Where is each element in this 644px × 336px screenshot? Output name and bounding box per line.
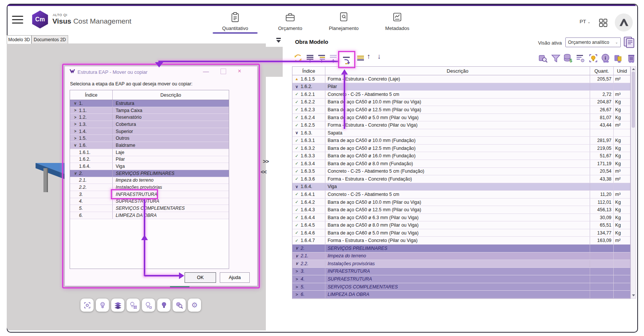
- tab-quantitativo[interactable]: Quantitativo: [211, 12, 259, 31]
- table-row[interactable]: ✓1.6.3.5Concreto - C-25 - Abatimento 5 c…: [292, 168, 630, 176]
- table-row[interactable]: ∨1.6.2.Pilar: [292, 83, 630, 91]
- table-row[interactable]: ▲1.6.1.5Forma - Estrutura - Concreto (La…: [292, 75, 630, 83]
- ok-button[interactable]: OK: [185, 272, 216, 283]
- info-icon[interactable]: i: [601, 53, 611, 63]
- table-row[interactable]: ✓1.6.3.1Barra de aço CA50 ø 10.0 mm (Fun…: [292, 137, 630, 145]
- dialog-row[interactable]: 2.2.Instalações provisórias: [70, 184, 229, 191]
- table-row[interactable]: ✓1.6.2.5Forma - Estrutura - Concreto (Pi…: [292, 121, 630, 129]
- help-button[interactable]: Ajuda: [220, 272, 250, 283]
- dialog-col-indice[interactable]: Índice: [70, 90, 113, 100]
- table-row[interactable]: >6.LIMPEZA DA OBRA: [292, 291, 630, 299]
- table-row[interactable]: >3.INFRAESTRUTURA: [292, 268, 630, 276]
- col-header-quant[interactable]: Quant.: [590, 67, 614, 75]
- bulb-grid-icon[interactable]: [127, 299, 140, 312]
- filter-icon[interactable]: [551, 53, 561, 63]
- table-row[interactable]: >5.SERVIÇOS COMPLEMENTARES: [292, 283, 630, 291]
- apps-grid-icon[interactable]: [598, 18, 608, 28]
- dialog-row[interactable]: ∨1.Estrutura: [70, 100, 229, 107]
- list-icon[interactable]: [356, 53, 365, 63]
- table-row[interactable]: ✓1.6.2.2Barra de aço CA50 ø 10.0 mm (Pil…: [292, 99, 630, 106]
- table-row[interactable]: ∨1.6.3.Sapata: [292, 129, 630, 137]
- tab-modelo-3d[interactable]: Modelo 3D: [7, 35, 31, 44]
- table-row[interactable]: ✓1.6.4.6Barra de aço CA60 ø 5.0 mm (Pila…: [292, 229, 630, 237]
- bulb-outline-icon[interactable]: [96, 299, 109, 312]
- scroll-up-icon[interactable]: [632, 68, 635, 70]
- layers-icon[interactable]: [111, 299, 124, 312]
- tab-planejamento[interactable]: Planejamento: [319, 12, 368, 31]
- dialog-row[interactable]: 1.6.2.Pilar: [70, 156, 229, 163]
- panel-collapse-icon[interactable]: [276, 37, 282, 43]
- table-row[interactable]: ✓1.6.4.2Barra de aço CA50 ø 10.0 mm (Pil…: [292, 199, 630, 206]
- hamburger-menu-icon[interactable]: [12, 16, 23, 24]
- dialog-row[interactable]: 1.6.1.Laje: [70, 149, 229, 156]
- language-selector[interactable]: PT ⌄: [580, 19, 590, 24]
- table-row[interactable]: ∨2.SERVIÇOS PRELIMINARES: [292, 245, 630, 252]
- dialog-row[interactable]: >1.2.Reservatório: [70, 114, 229, 121]
- maximize-button[interactable]: [221, 69, 226, 74]
- table-row[interactable]: ✓1.6.3.3Barra de aço CA50 ø 16.0 mm (Fun…: [292, 152, 630, 160]
- dialog-row[interactable]: 2.1.limpeza do terreno: [70, 177, 229, 184]
- move-down-icon[interactable]: ↓: [377, 52, 381, 61]
- cell-description: Sapata: [325, 129, 590, 137]
- col-header-indice[interactable]: Índice: [292, 67, 325, 75]
- table-row[interactable]: ✓1.6.4.3Barra de aço CA50 ø 12.5 mm (Pil…: [292, 206, 630, 214]
- dialog-row[interactable]: >1.5.Outros: [70, 135, 229, 142]
- table-row[interactable]: ✓1.6.2.1Concreto - C-25 - Abatimento 5 c…: [292, 91, 630, 99]
- dialog-row[interactable]: 5.SERVIÇOS COMPLEMENTARES: [70, 205, 229, 212]
- scroll-down-icon[interactable]: [632, 294, 635, 296]
- dialog-row[interactable]: 4.SUPRAESTRUTURA: [70, 198, 229, 205]
- tab-documentos-2d[interactable]: Documentos 2D: [31, 35, 68, 44]
- table-row[interactable]: ∨2.2.Instalações provisórias: [292, 260, 630, 268]
- dialog-col-descricao[interactable]: Descrição: [113, 90, 229, 100]
- table-row[interactable]: ∨2.1.limpeza do terreno: [292, 252, 630, 260]
- collapse-panel-button[interactable]: <<: [261, 169, 267, 175]
- table-row[interactable]: ∨1.6.4.Viga: [292, 183, 630, 191]
- table-row[interactable]: ✓1.6.3.2Barra de aço CA50 ø 12.5 mm (Fun…: [292, 145, 630, 152]
- table-row[interactable]: ✓1.6.2.3Barra de aço CA50 ø 12.5 mm (Pil…: [292, 106, 630, 114]
- table-row[interactable]: ✓1.6.4.4Barra de aço CA50 ø 6.3 mm (Pila…: [292, 214, 630, 222]
- inspect-model-icon[interactable]: [538, 53, 548, 63]
- table-row[interactable]: ✓1.6.2.4Barra de aço CA60 ø 5.0 mm (Pila…: [292, 114, 630, 122]
- focus-icon[interactable]: [80, 299, 94, 312]
- settings-gear-icon[interactable]: ⚙: [188, 299, 201, 312]
- table-scrollbar[interactable]: [631, 66, 636, 299]
- export-icon[interactable]: [613, 53, 623, 63]
- dialog-subtitle: Seleciona a etapa da EAP ao qual deseja …: [70, 81, 192, 87]
- dialog-row[interactable]: >1.4.Superior: [70, 128, 229, 135]
- list-settings-icon[interactable]: ⚙: [575, 53, 586, 63]
- table-row[interactable]: ✓1.6.4.1Concreto - C-25 - Abatimento 5 c…: [292, 191, 630, 199]
- scrollbar-thumb[interactable]: [632, 72, 635, 128]
- tab-orcamento[interactable]: Orçamento: [266, 12, 315, 31]
- move-up-icon[interactable]: ↑: [367, 52, 371, 61]
- dialog-row[interactable]: ∨2.SERVIÇOS PRELIMINARES: [70, 170, 229, 177]
- dialog-row[interactable]: 1.6.4.Viga: [70, 163, 229, 170]
- table-row[interactable]: ✓1.6.3.4Barra de aço CA50 ø 8.0 mm (Fund…: [292, 160, 630, 168]
- dialog-row[interactable]: 6.LIMPEZA DA OBRA: [70, 212, 229, 219]
- cell-description: Barra de aço CA50 ø 10.0 mm (Pilar ou Vi…: [325, 99, 590, 106]
- col-header-descricao[interactable]: Descrição: [325, 67, 590, 75]
- expand-panel-button[interactable]: >>: [263, 158, 269, 164]
- tab-metadados[interactable]: Metadados: [373, 12, 422, 31]
- report-views-icon[interactable]: [623, 36, 637, 49]
- dialog-row[interactable]: ∨1.6.Baldrame: [70, 142, 229, 149]
- trash-icon[interactable]: [626, 53, 637, 63]
- table-row[interactable]: >4.SUPRAESTRUTURA: [292, 275, 630, 283]
- cell-index: >1.1.: [70, 107, 113, 114]
- bulb-square-icon[interactable]: [142, 299, 155, 312]
- avatar[interactable]: [615, 13, 633, 31]
- bulb-filled-icon[interactable]: [157, 299, 170, 312]
- dialog-row[interactable]: 3.INFRAESTRUTURA: [70, 191, 229, 198]
- cell-quantity: 112,01: [590, 199, 614, 206]
- table-row[interactable]: ✓1.6.4.7Forma - Estrutura - Concreto (Pi…: [292, 237, 630, 245]
- minimize-button[interactable]: —: [203, 69, 210, 74]
- table-row[interactable]: ✓1.6.3.6Forma - Estrutura - Concreto (Fu…: [292, 175, 630, 183]
- highlight-bulb-icon[interactable]: [588, 53, 598, 63]
- col-header-unid[interactable]: Unid: [614, 67, 630, 75]
- active-view-select[interactable]: Orçamento analítico ⌄: [565, 37, 621, 47]
- close-button[interactable]: ×: [238, 68, 241, 75]
- table-row[interactable]: ✓1.6.4.5Barra de aço CA50 ø 8.0 mm (Pila…: [292, 221, 630, 229]
- dialog-row[interactable]: >1.3.Cobertura: [70, 121, 229, 128]
- bulb-search-icon[interactable]: [173, 299, 186, 312]
- dialog-row[interactable]: >1.1.Tampa Caixa: [70, 107, 229, 114]
- cost-database-icon[interactable]: $: [563, 53, 573, 63]
